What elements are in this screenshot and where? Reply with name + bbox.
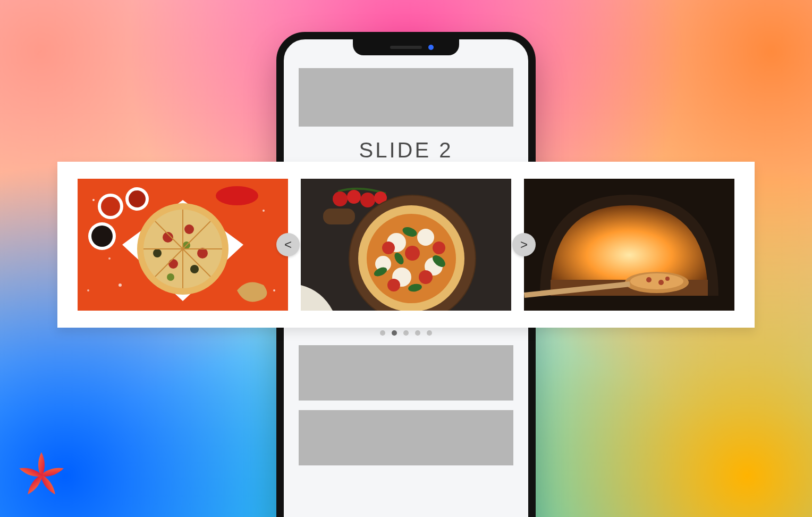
svg-point-2 <box>119 283 122 287</box>
carousel-slide-current[interactable] <box>301 179 511 311</box>
carousel: < > <box>57 162 755 328</box>
asterisk-logo-icon <box>15 449 68 502</box>
carousel-prev-button[interactable]: < <box>276 233 300 256</box>
svg-point-24 <box>167 273 174 281</box>
svg-point-60 <box>665 277 670 281</box>
carousel-dot-5[interactable] <box>427 330 432 336</box>
svg-point-20 <box>168 259 178 269</box>
chevron-left-icon: < <box>284 237 292 252</box>
svg-point-46 <box>419 270 433 284</box>
pizza-orange-image <box>78 179 288 311</box>
carousel-dot-1[interactable] <box>380 330 385 336</box>
svg-point-6 <box>87 289 89 291</box>
svg-point-31 <box>347 190 361 204</box>
pizza-oven-image <box>524 179 734 311</box>
pizza-board-image <box>301 179 511 311</box>
content-placeholder-bottom <box>299 410 513 465</box>
svg-point-57 <box>630 273 683 289</box>
svg-point-44 <box>405 246 420 261</box>
svg-point-40 <box>417 229 434 246</box>
content-placeholder-mid <box>299 345 513 401</box>
svg-point-21 <box>153 249 162 257</box>
svg-point-8 <box>101 197 120 216</box>
carousel-dots <box>299 330 513 336</box>
svg-point-5 <box>108 257 111 260</box>
svg-point-48 <box>433 241 445 254</box>
svg-point-12 <box>91 226 113 247</box>
svg-point-1 <box>92 199 95 201</box>
svg-point-18 <box>184 224 194 234</box>
carousel-slide-prev[interactable] <box>78 179 288 311</box>
svg-point-3 <box>263 210 265 212</box>
svg-point-4 <box>273 289 275 291</box>
svg-point-47 <box>387 279 400 291</box>
svg-point-22 <box>190 265 199 273</box>
carousel-slide-next[interactable] <box>524 179 734 311</box>
svg-rect-34 <box>323 209 355 224</box>
svg-point-32 <box>360 193 375 207</box>
content-placeholder-top <box>299 68 513 127</box>
carousel-next-button[interactable]: > <box>512 233 536 256</box>
svg-point-59 <box>658 280 664 285</box>
carousel-dot-4[interactable] <box>415 330 420 336</box>
svg-point-30 <box>333 191 348 206</box>
chevron-right-icon: > <box>520 237 528 252</box>
svg-point-45 <box>382 241 395 254</box>
carousel-title: SLIDE 2 <box>299 138 513 162</box>
svg-point-10 <box>129 190 146 207</box>
svg-point-58 <box>646 277 652 282</box>
carousel-dot-2[interactable] <box>392 330 397 336</box>
svg-point-13 <box>216 186 258 205</box>
carousel-dot-3[interactable] <box>403 330 409 336</box>
